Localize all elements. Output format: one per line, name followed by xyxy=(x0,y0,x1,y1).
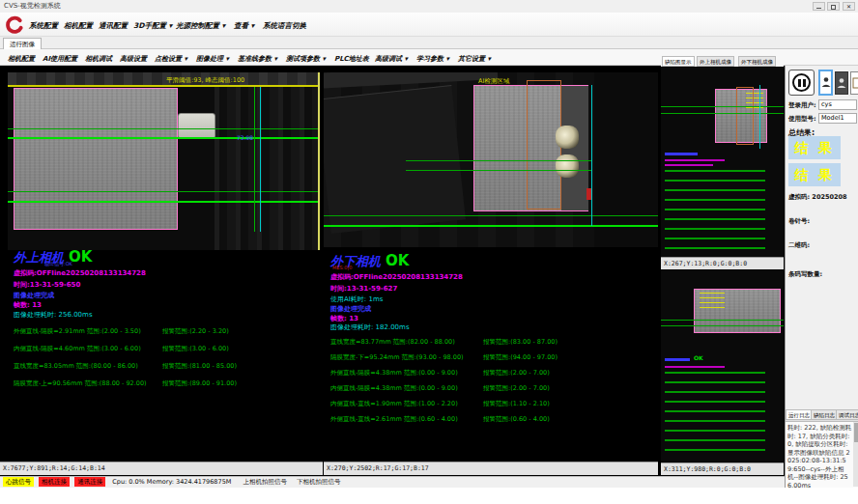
toolbar-item-spot-check[interactable]: 点检设置 ▾ xyxy=(155,54,187,64)
mid-time-text: 时间:13-31-59-627 xyxy=(330,284,397,294)
thumb-tab-row: 缺陷图显示 外上相机成像 外下相机成像 xyxy=(661,56,784,67)
measure-line-green xyxy=(661,325,784,326)
vertical-line-cyan xyxy=(591,85,592,226)
mid-measurement-alarm: 报警范围:(2.00 - 7.00) xyxy=(483,384,550,393)
tab-defect-display[interactable]: 缺陷图显示 xyxy=(662,56,695,67)
toolbar-item-advanced-set[interactable]: 高级设置 xyxy=(120,54,147,64)
model-label: 使用型号: xyxy=(788,115,816,124)
machine-body xyxy=(324,85,466,234)
camera-link-badge: 相机连接 xyxy=(39,477,70,487)
ai-region-overlay-text: AI检测区域 xyxy=(478,77,509,86)
menu-item-comm-config[interactable]: 通讯配置 xyxy=(99,21,128,31)
panel-edge-line xyxy=(318,72,320,250)
pause-button[interactable] xyxy=(788,70,815,96)
mid-process-done-text: 图像处理完成 xyxy=(330,304,371,314)
toolbar-item-camera-config[interactable]: 相机配置 xyxy=(8,54,35,64)
comm-link-badge: 通讯连接 xyxy=(74,477,105,487)
toolbar-item-plc-table[interactable]: PLC地址表 xyxy=(334,54,369,64)
lower-cam-trigger-text: 下相机拍照信号 xyxy=(297,478,341,486)
login-user-button[interactable] xyxy=(818,70,833,96)
upper-cam-trigger-text: 上相机拍照信号 xyxy=(243,478,287,486)
minimize-button[interactable] xyxy=(813,2,825,11)
reflective-spot xyxy=(556,126,579,149)
model-select[interactable]: Model1 xyxy=(818,113,857,124)
log-tab-row: 运行日志 缺陷日志 调试日志 xyxy=(786,409,858,421)
measure-value-overlay: 73.98 xyxy=(237,134,253,141)
tab-lower-cam-image[interactable]: 外下相机成像 xyxy=(738,56,776,67)
titlebar: CVS-视觉检测系统 xyxy=(0,0,858,13)
maximize-icon xyxy=(831,5,836,10)
mid-measurement-alarm: 报警范围:(1.10 - 2.10) xyxy=(483,400,550,408)
menu-item-3d-hand-config[interactable]: 3D手配置 ▾ xyxy=(133,21,172,31)
log-tab-run[interactable]: 运行日志 xyxy=(786,409,813,420)
measure-line-green xyxy=(324,215,658,216)
log-text-area[interactable]: 耗时: 222, 缺陷检测耗时: 17, 缺陷分类耗时: 0, 缺陷提取分区耗时… xyxy=(786,421,858,488)
toolbar-item-advanced-debug[interactable]: 高级调试 ▾ xyxy=(375,54,408,64)
thumb-measure-text-lines xyxy=(665,372,765,455)
close-icon: ✕ xyxy=(846,3,851,10)
result-box-lower: 结 果 xyxy=(788,163,841,186)
left-measurement-alarm: 报警范围:(2.20 - 3.20) xyxy=(162,327,229,336)
left-time-text: 时间:13-31-59-650 xyxy=(14,280,80,290)
left-pixel-coordinates: X:7677;Y:891;R:14;G:14;B:14 xyxy=(0,462,323,475)
mid-measurement-alarm: 报警范围:(83.00 - 87.00) xyxy=(483,338,558,347)
measure-line-green xyxy=(661,106,784,107)
close-button[interactable]: ✕ xyxy=(843,2,855,11)
toolbar-item-other-settings[interactable]: 其它设置 ▾ xyxy=(458,54,491,64)
menu-item-language-switch[interactable]: 系统语言切换 xyxy=(263,21,306,31)
minimize-icon xyxy=(816,8,821,9)
exit-button[interactable] xyxy=(850,71,858,95)
toolbar-item-camera-debug[interactable]: 相机调试 xyxy=(85,54,112,64)
menubar: 系统配置 相机配置 通讯配置 3D手配置 ▾ 光源控制配置 ▾ 查看 ▾ 系统语… xyxy=(0,13,858,37)
vertical-line-green xyxy=(254,87,255,232)
left-process-time-text: 图像处理耗时: 256.00ms xyxy=(14,310,93,320)
login-user-field[interactable]: cys xyxy=(818,99,857,110)
left-measurement-value: 隔膜宽度-上=90.56mm 范围:(88.00 - 92.00) xyxy=(14,379,147,388)
document-tab-row: 运行图像 xyxy=(0,37,858,49)
thumb-upper-camera[interactable] xyxy=(661,68,784,257)
toolbar-item-baseline-param[interactable]: 基准线参数 ▾ xyxy=(238,54,277,64)
mid-measurement-value: 外侧直线-直线=2.61mm 范围:(0.60 - 4.00) xyxy=(330,415,458,424)
log-tab-defect[interactable]: 缺陷日志 xyxy=(811,409,838,420)
left-frame-text: 帧数: 13 xyxy=(14,300,42,310)
thumb-lower-camera[interactable]: OK xyxy=(661,269,784,462)
measure-line-green xyxy=(406,170,591,171)
window-title: CVS-视觉检测系统 xyxy=(4,2,61,10)
left-camera-image[interactable]: 平滑阈值:93, 峰态阈值:100 73.98 xyxy=(8,72,320,250)
toolbar-item-learn-param[interactable]: 学习参数 ▾ xyxy=(416,54,449,64)
logout-user-button[interactable] xyxy=(835,71,848,95)
mid-measurement-alarm: 报警范围:(2.00 - 7.00) xyxy=(483,369,550,378)
barcode-count-label: 条码写数量: xyxy=(788,270,822,279)
menu-item-camera-config[interactable]: 相机配置 xyxy=(64,21,93,31)
tab-upper-cam-image[interactable]: 外上相机成像 xyxy=(697,56,734,67)
mid-ai-time-text: 使用AI耗时: 1ms xyxy=(330,294,383,304)
machine-arm xyxy=(324,72,498,89)
tab-run-image[interactable]: 运行图像 xyxy=(3,38,42,49)
product-region xyxy=(14,88,178,230)
mid-camera-image[interactable]: AI检测区域 xyxy=(324,72,658,247)
mid-measurement-value: 外侧直线-隔膜=4.38mm 范围:(0.00 - 9.00) xyxy=(330,369,458,378)
machine-top-band xyxy=(8,72,320,85)
mid-process-time-text: 图像处理耗时: 182.00ms xyxy=(330,322,410,332)
mid-measurement-value: 直线宽度=83.77mm 范围:(82.00 - 88.00) xyxy=(330,338,455,347)
log-scrollbar-thumb[interactable] xyxy=(854,423,858,442)
thumb-ok-text: OK xyxy=(694,354,703,361)
maximize-button[interactable] xyxy=(827,2,840,11)
menu-item-system-config[interactable]: 系统配置 xyxy=(29,21,58,31)
toolbar-item-ai-use-config[interactable]: AI使用配置 xyxy=(43,54,77,64)
threshold-overlay-text: 平滑阈值:93, 峰态阈值:100 xyxy=(166,76,244,85)
menu-item-light-config[interactable]: 光源控制配置 ▾ xyxy=(176,21,225,31)
toolbar-item-test-param[interactable]: 测试项参数 ▾ xyxy=(286,54,326,64)
mid-pixel-coordinates: X:270;Y:2502;R:17;G:17;B:17 xyxy=(324,462,658,475)
machine-dark-zone xyxy=(214,87,320,250)
heartbeat-badge: 心跳信号 xyxy=(3,477,34,487)
log-tab-debug[interactable]: 调试日志 xyxy=(836,409,858,420)
reflective-spot xyxy=(556,154,579,178)
virtual-code-line: 虚拟码: 20250208 xyxy=(788,193,847,202)
measure-line-green xyxy=(8,137,320,139)
menu-item-view[interactable]: 查看 ▾ xyxy=(234,21,254,31)
vertical-line-cyan xyxy=(759,85,760,149)
exit-door-icon xyxy=(852,77,858,89)
toolbar-item-image-process[interactable]: 图像处理 ▾ xyxy=(196,54,229,64)
log-scrollbar[interactable] xyxy=(853,422,858,487)
